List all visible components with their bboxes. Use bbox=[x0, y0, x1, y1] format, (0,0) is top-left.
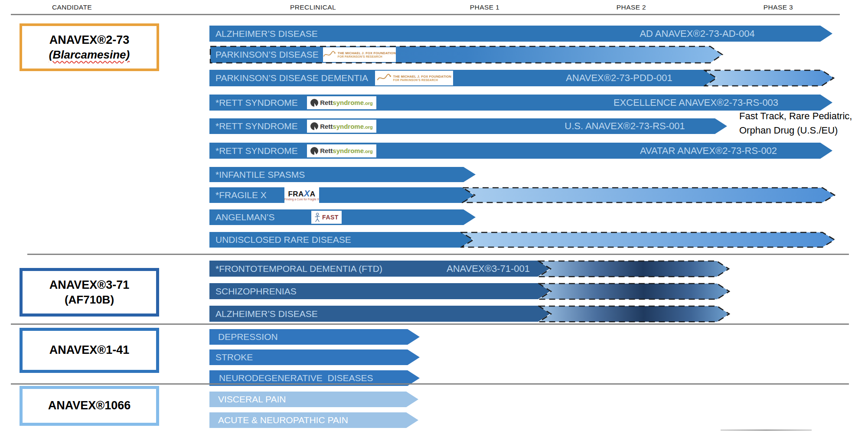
bar-label: ANGELMAN’S bbox=[215, 212, 275, 222]
trial-label: AVATAR ANAVEX®2-73-RS-002 bbox=[640, 145, 777, 157]
bar-label: *INFANTILE SPASMS bbox=[215, 170, 305, 180]
bar-label: VISCERAL PAIN bbox=[218, 394, 286, 405]
fraxa-fra: FRA bbox=[288, 190, 303, 198]
row-depression: DEPRESSION bbox=[209, 329, 420, 345]
bar-label: *RETT SYNDROME bbox=[215, 146, 298, 156]
bar-label: *RETT SYNDROME bbox=[215, 98, 298, 108]
bar-label: SCHIZOPHRENIAS bbox=[215, 286, 297, 297]
column-header-candidate: CANDIDATE bbox=[52, 3, 92, 11]
bar-label: NEURODEGENERATIVE DISEASES bbox=[219, 373, 373, 383]
column-header-phase3: PHASE 3 bbox=[764, 3, 793, 11]
rett-org-word: .org bbox=[364, 124, 373, 130]
rett-circle-icon bbox=[310, 122, 318, 130]
fraxa-a: A bbox=[310, 190, 316, 198]
trial-label: U.S. ANAVEX®2-73-RS-001 bbox=[565, 121, 685, 132]
rett-org-word: .org bbox=[364, 101, 373, 106]
rett-logo-text: Rettsyndrome.org bbox=[320, 147, 373, 154]
trial-label: ANAVEX®3-71-001 bbox=[447, 263, 530, 274]
dashed-extension-pdd bbox=[704, 69, 835, 87]
rett-word: Rett bbox=[320, 147, 333, 154]
dashed-extension-schizophrenias bbox=[538, 283, 730, 300]
fast-logo-text: FAST bbox=[322, 214, 339, 221]
candidate-subname: (Blarcamesine) bbox=[49, 48, 130, 62]
annotation-line1: Fast Track, Rare Pediatric, bbox=[739, 109, 852, 123]
row-alzheimers-371: ALZHEIMER’S DISEASE bbox=[209, 306, 550, 322]
dashed-extension-fragile-x bbox=[462, 187, 835, 203]
cropped-bottom-logo-artifact bbox=[721, 429, 812, 431]
row-alzheimers-ad004: ALZHEIMER’S DISEASE AD ANAVEX®2-73-AD-00… bbox=[209, 26, 832, 42]
bar-label: *FRAGILE X bbox=[215, 190, 267, 200]
mjff-signature-icon bbox=[377, 73, 392, 83]
column-header-preclinical: PRECLINICAL bbox=[290, 3, 336, 11]
rett-syndrome-word: syndrome bbox=[333, 123, 364, 130]
annotation-line2: Orphan Drug (U.S./EU) bbox=[739, 123, 852, 137]
bar-label: ALZHEIMER’S DISEASE bbox=[215, 309, 318, 319]
candidate-subname: (AF710B) bbox=[65, 293, 114, 307]
bar-label: PARKINSON’S DISEASE DEMENTIA bbox=[215, 73, 368, 83]
dashed-extension-ftd bbox=[538, 260, 730, 278]
trial-label: AD ANAVEX®2-73-AD-004 bbox=[640, 28, 754, 39]
michael-j-fox-foundation-logo: THE MICHAEL J. FOX FOUNDATION FOR PARKIN… bbox=[375, 71, 453, 85]
candidate-box-anavex-2-73: ANAVEX®2-73 (Blarcamesine) bbox=[20, 23, 159, 71]
section-divider bbox=[11, 383, 849, 385]
row-rett-rs002: *RETT SYNDROME Rettsyndrome.org AVATAR A… bbox=[209, 143, 832, 159]
candidate-box-anavex-1066: ANAVEX®1066 bbox=[20, 386, 159, 426]
mjff-line2: FOR PARKINSON’S RESEARCH bbox=[393, 78, 451, 82]
candidate-name: ANAVEX®1-41 bbox=[49, 343, 129, 358]
fraxa-name: FRAXA bbox=[288, 189, 315, 198]
dashed-extension-alzheimers-371 bbox=[538, 305, 730, 323]
fraxa-tagline: Finding a Cure for Fragile X bbox=[284, 198, 319, 201]
row-undisclosed-rare-disease: UNDISCLOSED RARE DISEASE bbox=[209, 232, 473, 248]
fraxa-logo-text: FRAXA Finding a Cure for Fragile X bbox=[284, 189, 319, 201]
trial-label: ANAVEX®2-73-PDD-001 bbox=[566, 72, 672, 84]
bar-label: *RETT SYNDROME bbox=[215, 121, 298, 131]
bar-label: ALZHEIMER’S DISEASE bbox=[215, 29, 318, 39]
candidate-box-anavex-3-71: ANAVEX®3-71 (AF710B) bbox=[20, 268, 159, 317]
mjff-logo-text: THE MICHAEL J. FOX FOUNDATION FOR PARKIN… bbox=[393, 75, 451, 82]
row-ftd: *FRONTOTEMPORAL DEMENTIA (FTD) ANAVEX®3-… bbox=[209, 261, 550, 277]
mjff-line1: THE MICHAEL J. FOX FOUNDATION bbox=[393, 75, 451, 78]
bar-label: PARKINSON’S DISEASE bbox=[215, 49, 319, 60]
bar-label: ACUTE & NEUROPATHIC PAIN bbox=[218, 415, 348, 425]
column-header-phase2: PHASE 2 bbox=[617, 3, 646, 11]
rett-word: Rett bbox=[320, 123, 333, 130]
mjff-signature-icon bbox=[323, 50, 336, 59]
candidate-name: ANAVEX®1066 bbox=[48, 398, 131, 413]
fraxa-x: X bbox=[304, 189, 310, 198]
row-rett-rs001: *RETT SYNDROME Rettsyndrome.org U.S. ANA… bbox=[209, 118, 727, 134]
rett-org-word: .org bbox=[364, 149, 373, 154]
row-infantile-spasms: *INFANTILE SPASMS bbox=[209, 167, 476, 182]
header-divider bbox=[11, 14, 840, 15]
fast-foundation-logo: FAST bbox=[311, 211, 342, 224]
row-fragile-x: *FRAGILE X FRAXA Finding a Cure for Frag… bbox=[209, 187, 474, 203]
row-schizophrenias: SCHIZOPHRENIAS bbox=[209, 283, 550, 299]
rett-logo-text: Rettsyndrome.org bbox=[320, 123, 373, 130]
section-divider bbox=[11, 323, 849, 325]
candidate-box-anavex-1-41: ANAVEX®1-41 bbox=[20, 328, 159, 373]
rett-circle-icon bbox=[310, 147, 318, 155]
row-rett-rs003: *RETT SYNDROME Rettsyndrome.org EXCELLEN… bbox=[209, 95, 832, 111]
rett-word: Rett bbox=[320, 99, 333, 106]
bar-label: UNDISCLOSED RARE DISEASE bbox=[215, 235, 351, 245]
dashed-extension-undisclosed bbox=[460, 232, 835, 248]
row-parkinsons-disease: PARKINSON’S DISEASE THE MICHAEL J. FOX F… bbox=[209, 46, 723, 64]
bar-label: *FRONTOTEMPORAL DEMENTIA (FTD) bbox=[215, 264, 382, 274]
rett-syndrome-word: syndrome bbox=[333, 99, 364, 106]
rett-syndrome-word: syndrome bbox=[333, 147, 364, 154]
bar-label: DEPRESSION bbox=[218, 332, 278, 342]
mjff-logo-text: THE MICHAEL J. FOX FOUNDATION FOR PARKIN… bbox=[338, 51, 396, 59]
section-divider bbox=[27, 254, 849, 255]
mjff-line1: THE MICHAEL J. FOX FOUNDATION bbox=[338, 51, 396, 55]
fast-figure-icon bbox=[314, 212, 320, 222]
row-angelmans: ANGELMAN’S FAST bbox=[209, 209, 476, 225]
rett-circle-icon bbox=[310, 99, 318, 107]
row-stroke: STROKE bbox=[209, 349, 420, 365]
candidate-name: ANAVEX®3-71 bbox=[49, 278, 129, 293]
bar-label: STROKE bbox=[215, 352, 253, 362]
fast-track-annotation: Fast Track, Rare Pediatric, Orphan Drug … bbox=[739, 109, 852, 137]
candidate-name: ANAVEX®2-73 bbox=[49, 33, 129, 48]
row-visceral-pain: VISCERAL PAIN bbox=[209, 392, 418, 407]
michael-j-fox-foundation-logo: THE MICHAEL J. FOX FOUNDATION FOR PARKIN… bbox=[323, 47, 396, 62]
rettsyndrome-org-logo: Rettsyndrome.org bbox=[307, 96, 376, 109]
row-parkinsons-dementia: PARKINSON’S DISEASE DEMENTIA THE MICHAEL… bbox=[209, 70, 716, 86]
